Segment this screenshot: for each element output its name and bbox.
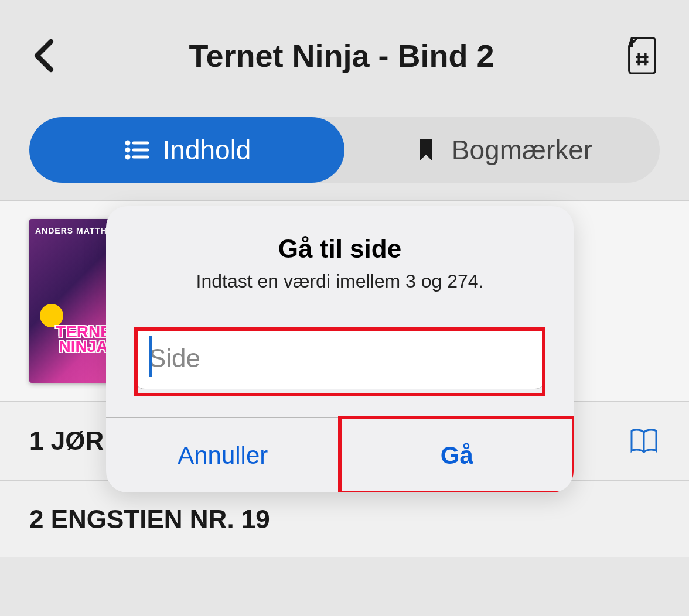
cancel-button-label: Annuller (178, 442, 268, 470)
tab-contents-label: Indhold (163, 134, 251, 166)
back-icon[interactable] (29, 38, 59, 73)
modal-buttons: Annuller Gå (106, 417, 574, 492)
modal-title: Gå til side (129, 234, 550, 263)
tab-bookmarks-label: Bogmærker (452, 134, 592, 166)
chapter-label: 1 JØR (29, 426, 104, 456)
cover-title: TERNE NINJA (56, 324, 111, 354)
page-title: Ternet Ninja - Bind 2 (59, 37, 625, 74)
cancel-button[interactable]: Annuller (106, 418, 340, 492)
svg-point-8 (127, 156, 129, 158)
go-button[interactable]: Gå (340, 418, 574, 492)
go-highlight-box (338, 416, 574, 492)
list-icon (123, 136, 151, 164)
book-open-icon[interactable] (628, 425, 660, 457)
input-highlight-box (134, 327, 545, 396)
cover-author: ANDERS MATTH (35, 226, 107, 235)
tab-bookmarks[interactable]: Bogmærker (344, 117, 660, 183)
header: Ternet Ninja - Bind 2 (0, 0, 689, 100)
text-cursor (149, 336, 152, 377)
modal-header: Gå til side Indtast en værdi imellem 3 o… (106, 206, 574, 304)
chapter-label: 2 ENGSTIEN NR. 19 (29, 505, 270, 534)
svg-point-4 (127, 142, 129, 144)
modal-input-wrap (106, 304, 574, 417)
go-to-page-modal: Gå til side Indtast en værdi imellem 3 o… (106, 206, 574, 492)
tab-contents[interactable]: Indhold (29, 117, 344, 183)
modal-subtitle: Indtast en værdi imellem 3 og 274. (129, 271, 550, 292)
bookmark-icon (412, 136, 440, 164)
svg-point-6 (127, 149, 129, 151)
page-number-icon[interactable] (625, 35, 660, 76)
tabs-container: Indhold Bogmærker (29, 117, 660, 183)
